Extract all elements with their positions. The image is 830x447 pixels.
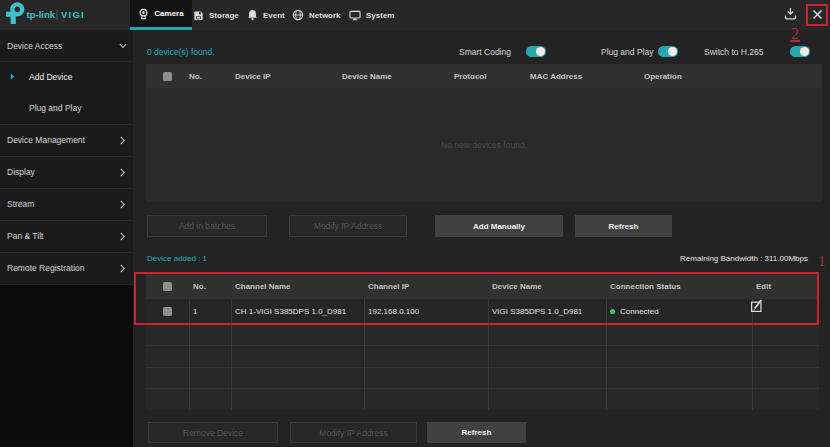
svg-text:|: | <box>56 9 59 20</box>
svg-text:VIGI: VIGI <box>61 9 85 20</box>
svg-text:tp-link: tp-link <box>27 9 56 20</box>
